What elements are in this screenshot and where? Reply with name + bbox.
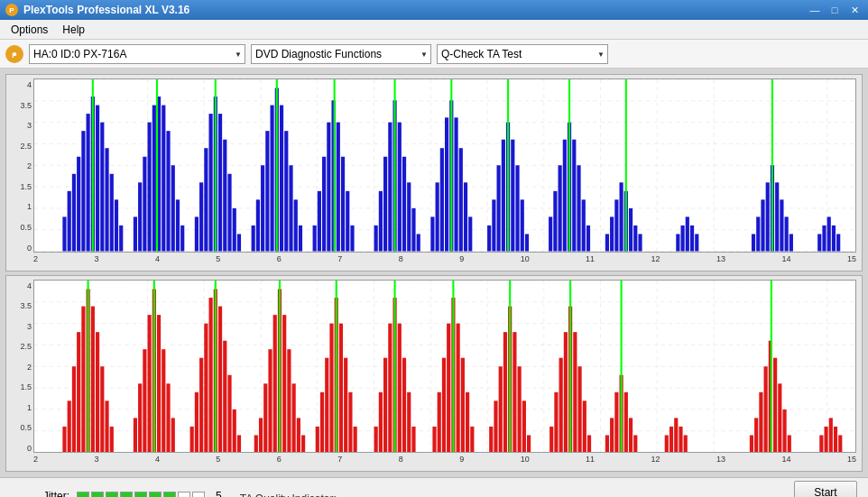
svg-rect-178: [62, 426, 66, 452]
svg-rect-186: [100, 366, 104, 452]
test-select-wrapper[interactable]: Q-Check TA Test: [437, 44, 608, 64]
top-chart-y-axis: 4 3.5 3 2.5 2 1.5 1 0.5 0: [6, 78, 33, 253]
menu-options[interactable]: Options: [4, 22, 55, 38]
svg-rect-68: [289, 165, 292, 251]
svg-rect-61: [256, 199, 260, 251]
svg-rect-48: [176, 199, 180, 251]
toolbar: P HA:0 ID:0 PX-716A DVD Diagnostic Funct…: [0, 40, 868, 69]
svg-rect-107: [525, 234, 529, 251]
svg-rect-228: [354, 426, 357, 452]
drive-select[interactable]: HA:0 ID:0 PX-716A: [29, 44, 245, 64]
svg-rect-55: [218, 114, 222, 251]
svg-rect-62: [261, 165, 264, 251]
svg-rect-135: [775, 182, 779, 251]
metrics-section: Jitter: 5 Peak Shift:: [11, 490, 222, 498]
svg-rect-280: [764, 366, 768, 452]
test-select[interactable]: Q-Check TA Test: [437, 44, 608, 64]
jitter-seg-7: [163, 492, 176, 498]
svg-rect-277: [750, 435, 753, 452]
svg-rect-217: [292, 383, 296, 452]
svg-rect-28: [72, 174, 76, 252]
svg-rect-235: [402, 357, 406, 452]
svg-rect-142: [832, 225, 836, 252]
menu-help[interactable]: Help: [55, 22, 92, 38]
svg-rect-124: [638, 234, 642, 251]
svg-rect-253: [518, 366, 522, 452]
jitter-seg-2: [91, 492, 104, 498]
svg-rect-26: [62, 216, 66, 251]
maximize-button[interactable]: □: [826, 4, 843, 16]
svg-rect-223: [329, 323, 333, 452]
svg-rect-109: [553, 191, 557, 252]
svg-rect-199: [195, 391, 199, 452]
menu-bar: Options Help: [0, 20, 868, 40]
svg-rect-50: [195, 216, 199, 251]
svg-rect-83: [388, 123, 392, 252]
svg-rect-222: [325, 357, 328, 452]
svg-rect-262: [577, 366, 581, 452]
svg-text:P: P: [12, 51, 17, 60]
svg-rect-139: [817, 234, 821, 251]
drive-select-wrapper[interactable]: HA:0 ID:0 PX-716A: [29, 44, 245, 64]
svg-rect-41: [143, 157, 146, 252]
svg-rect-130: [752, 234, 755, 251]
main-content: 4 3.5 3 2.5 2 1.5 1 0.5 0: [0, 69, 868, 477]
svg-rect-230: [379, 391, 383, 452]
svg-rect-80: [374, 225, 378, 252]
svg-rect-271: [633, 435, 637, 452]
svg-rect-92: [440, 148, 444, 251]
svg-rect-95: [454, 117, 457, 251]
svg-rect-29: [77, 157, 80, 252]
svg-rect-259: [564, 332, 568, 452]
function-select-wrapper[interactable]: DVD Diagnostic Functions: [251, 44, 431, 64]
svg-rect-208: [237, 435, 241, 452]
svg-rect-265: [605, 435, 609, 452]
svg-rect-250: [503, 332, 507, 452]
bottom-chart-x-axis: 2 3 4 5 6 7 8 9 10 11 12 13 14 15: [33, 453, 856, 471]
top-chart-svg: [34, 79, 855, 252]
bottom-chart-y-axis: 4 3.5 3 2.5 2 1.5 1 0.5 0: [6, 280, 33, 454]
svg-rect-90: [430, 216, 434, 251]
svg-rect-53: [209, 114, 213, 251]
svg-rect-132: [761, 199, 764, 251]
app-title: PlexTools Professional XL V3.16: [23, 4, 189, 16]
svg-rect-96: [459, 148, 463, 251]
svg-rect-47: [171, 165, 175, 251]
svg-rect-252: [512, 332, 516, 452]
svg-rect-226: [344, 357, 347, 452]
svg-rect-127: [686, 216, 689, 251]
svg-rect-138: [790, 234, 793, 251]
svg-rect-261: [573, 332, 577, 452]
svg-rect-204: [218, 306, 222, 452]
svg-rect-231: [383, 357, 387, 452]
svg-rect-227: [348, 391, 352, 452]
jitter-seg-9: [192, 492, 205, 498]
app-icon: P: [5, 4, 18, 16]
svg-rect-221: [320, 391, 324, 452]
svg-rect-276: [684, 435, 688, 452]
svg-rect-180: [72, 366, 76, 452]
svg-rect-201: [204, 323, 208, 452]
start-button[interactable]: Start: [794, 481, 857, 498]
svg-rect-120: [620, 182, 623, 251]
svg-rect-79: [350, 225, 354, 252]
svg-rect-36: [110, 174, 114, 252]
svg-rect-74: [327, 123, 330, 252]
svg-rect-31: [87, 114, 90, 251]
close-button[interactable]: ✕: [846, 4, 863, 16]
svg-rect-194: [157, 315, 161, 452]
drive-icon: P: [5, 45, 23, 63]
svg-rect-57: [227, 174, 231, 252]
bottom-chart: 4 3.5 3 2.5 2 1.5 1 0.5 0: [5, 275, 863, 473]
svg-rect-76: [337, 123, 340, 252]
footer-controls: Jitter: 5 Peak Shift:: [0, 477, 868, 497]
svg-rect-284: [782, 409, 786, 452]
jitter-label: Jitter:: [11, 490, 69, 498]
svg-rect-283: [778, 383, 781, 452]
svg-rect-249: [499, 366, 503, 452]
svg-rect-202: [209, 298, 213, 452]
function-select[interactable]: DVD Diagnostic Functions: [251, 44, 431, 64]
svg-rect-86: [402, 157, 406, 252]
jitter-value: 5: [216, 490, 222, 498]
minimize-button[interactable]: —: [807, 4, 823, 16]
